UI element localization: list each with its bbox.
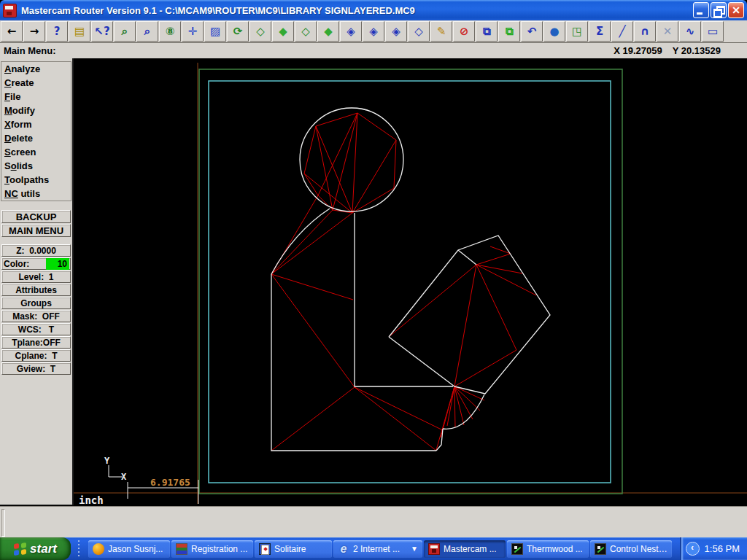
cplane-top-button[interactable]: ◈ — [340, 21, 362, 42]
menu-item-file[interactable]: File — [1, 90, 71, 104]
mesh-red-segment — [454, 350, 516, 386]
mesh-red-segment — [304, 126, 316, 174]
task-registration[interactable]: Registration ... — [171, 540, 253, 558]
gview-front-button[interactable]: ◆ — [272, 21, 294, 42]
sidebar: AnalyzeCreateFileModifyXformDeleteScreen… — [0, 58, 74, 505]
zoom-button[interactable]: ⌕ — [114, 21, 136, 42]
create-rectangle-button[interactable]: ▭ — [702, 21, 724, 42]
menu-item-toolpaths[interactable]: Toolpaths — [1, 173, 71, 187]
task-label: Solitaire — [274, 544, 328, 554]
mesh-red-segment — [271, 274, 353, 300]
start-button-label: start — [30, 542, 57, 556]
prompt-row: Main Menu: X 19.27059 Y 20.13529 — [0, 42, 747, 58]
task-label: 2 Internet ... — [353, 544, 408, 554]
menu-item-solids[interactable]: Solids — [1, 159, 71, 173]
minimize-button[interactable] — [693, 2, 709, 18]
mask-button[interactable]: Mask: OFF — [1, 310, 71, 322]
mesh-red-segment — [476, 254, 511, 265]
trim-button[interactable]: ✕ — [657, 21, 678, 42]
mesh-red-segment — [352, 188, 394, 213]
task-group-dropdown-icon[interactable]: ▼ — [411, 545, 418, 553]
repaint-button[interactable]: ▨ — [204, 21, 226, 42]
figure-outline — [271, 274, 436, 451]
prompt-input-strip — [0, 506, 747, 537]
menu-item-modify[interactable]: Modify — [1, 104, 71, 117]
menu-item-create[interactable]: Create — [1, 76, 71, 90]
level-button[interactable]: Level: 1 — [1, 271, 71, 283]
xform-scale-button[interactable]: ◳ — [566, 21, 588, 42]
task-thermwood[interactable]: Thermwood ... — [507, 540, 589, 558]
delete-entity-button[interactable]: ⊘ — [453, 21, 475, 42]
drawing-canvas[interactable]: YX6.91765inch — [74, 58, 747, 506]
gview-iso-button[interactable]: ◆ — [317, 21, 339, 42]
ie-icon: e — [338, 543, 349, 555]
restore-button[interactable] — [711, 2, 727, 18]
xform-copy-button[interactable]: ⧉ — [498, 21, 520, 42]
dynamic-rotate-button[interactable]: ⟳ — [227, 21, 249, 42]
sketch-pencil-button[interactable]: ✎ — [430, 21, 452, 42]
undo-button[interactable]: ↶ — [521, 21, 543, 42]
menu-item-screen[interactable]: Screen — [1, 145, 71, 159]
file-cabinet-button[interactable]: ▤ — [69, 21, 90, 42]
mesh-red-segment — [271, 387, 355, 451]
mesh-red-segment — [355, 387, 436, 451]
fit-screen-button[interactable]: ✛ — [182, 21, 204, 42]
forward-arrow-button[interactable]: → — [23, 21, 45, 42]
task-label: Mastercam ... — [444, 544, 501, 554]
mesh-red-segment — [394, 140, 396, 188]
task-jason[interactable]: Jason Susnj... — [88, 540, 170, 558]
backup-button[interactable]: BACKUP — [1, 210, 71, 223]
unzoom-08-button[interactable]: ⑧ — [159, 21, 181, 42]
job-setup-sigma-button[interactable]: Σ — [589, 21, 611, 42]
back-arrow-button[interactable]: ← — [1, 21, 23, 42]
task-label: Registration ... — [191, 544, 249, 554]
menu-item-nc-utils[interactable]: NC utils — [1, 187, 71, 201]
status-button-list: Z: 0.0000Color:10Level: 1AttributesGroup… — [0, 244, 72, 375]
cplane-front-button[interactable]: ◈ — [363, 21, 384, 42]
create-line-button[interactable]: ╱ — [611, 21, 633, 42]
wcs-button[interactable]: WCS: T — [1, 323, 71, 335]
stock-boundary-green — [199, 69, 622, 494]
main-menu-button[interactable]: MAIN MENU — [1, 224, 71, 237]
mesh-red-segment — [454, 386, 484, 400]
task-mastercam[interactable]: Mastercam ... — [424, 540, 506, 558]
mesh-red-segment — [476, 265, 522, 273]
create-arc-button[interactable]: ∩ — [634, 21, 656, 42]
mesh-red-segment — [355, 387, 443, 430]
help-button[interactable]: ? — [46, 21, 68, 42]
main-menu-list: AnalyzeCreateFileModifyXformDeleteScreen… — [1, 61, 71, 201]
xform-translate-button[interactable]: ⧉ — [476, 21, 498, 42]
shade-sphere-button[interactable]: ● — [543, 21, 565, 42]
groups-button[interactable]: Groups — [1, 297, 71, 309]
tray-clock: 1:56 PM — [705, 543, 740, 554]
taskbar-separator — [77, 540, 81, 558]
task-solitaire[interactable]: Solitaire — [255, 540, 332, 558]
menu-item-xform[interactable]: Xform — [1, 117, 71, 131]
system-tray: ‹ 1:56 PM — [680, 537, 747, 560]
analyze-cursor-button[interactable]: ↖? — [91, 21, 113, 42]
cplane-side-button[interactable]: ◈ — [385, 21, 407, 42]
tplane-button[interactable]: Tplane:OFF — [1, 336, 71, 349]
z-depth-button[interactable]: Z: 0.0000 — [1, 244, 71, 257]
attributes-button[interactable]: Attributes — [1, 284, 71, 296]
cnc-icon — [595, 543, 606, 555]
task-internet-group[interactable]: e2 Internet ...▼ — [333, 540, 422, 558]
color-button[interactable]: Color:10 — [1, 257, 71, 270]
task-control-nesting[interactable]: Control Nesti... — [590, 540, 672, 558]
zoom-window-button[interactable]: ⌕ — [136, 21, 158, 42]
tray-collapse-chevron-icon[interactable]: ‹ — [686, 542, 700, 556]
mesh-red-segment — [352, 140, 396, 213]
figure-outline — [458, 250, 476, 265]
gview-button[interactable]: Gview: T — [1, 362, 71, 375]
cplane-3d-button[interactable]: ◇ — [408, 21, 430, 42]
ball-icon — [93, 543, 104, 555]
cplane-button[interactable]: Cplane: T — [1, 349, 71, 362]
mesh-red-segment — [454, 386, 455, 427]
create-spline-button[interactable]: ∿ — [679, 21, 701, 42]
gview-side-button[interactable]: ◇ — [295, 21, 317, 42]
menu-item-delete[interactable]: Delete — [1, 131, 71, 145]
menu-item-analyze[interactable]: Analyze — [1, 62, 71, 76]
close-button[interactable] — [728, 2, 744, 18]
gview-top-button[interactable]: ◇ — [249, 21, 271, 42]
start-button[interactable]: start — [0, 537, 71, 560]
